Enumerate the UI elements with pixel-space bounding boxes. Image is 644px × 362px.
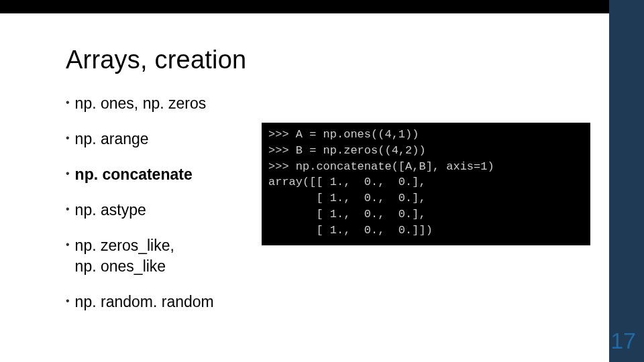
- bullet-text: np. ones, np. zeros: [75, 93, 207, 114]
- page-number: 17: [610, 328, 636, 354]
- slide-title: Arrays, creation: [66, 46, 589, 74]
- bullet-item: • np. ones, np. zeros: [66, 93, 589, 114]
- code-line: [ 1., 0., 0.]]): [268, 224, 433, 237]
- bullet-text: np. arange: [75, 129, 149, 149]
- bullet-text: np. concatenate: [75, 164, 193, 185]
- bullet-text: np. random. random: [75, 292, 214, 312]
- code-line: >>> np.concatenate([A,B], axis=1): [268, 160, 494, 173]
- bullet-text: np. astype: [75, 200, 146, 221]
- bullet-dot-icon: •: [66, 239, 70, 250]
- bullet-dot-icon: •: [66, 133, 70, 143]
- bullet-dot-icon: •: [66, 97, 70, 108]
- bullet-dot-icon: •: [66, 296, 70, 306]
- top-bar: [0, 0, 644, 13]
- bullet-dot-icon: •: [66, 204, 70, 215]
- code-line: [ 1., 0., 0.],: [268, 208, 426, 221]
- bullet-text: np. zeros_like,np. ones_like: [75, 235, 174, 277]
- code-line: >>> A = np.ones((4,1)): [268, 128, 419, 141]
- bullet-item: • np. random. random: [66, 292, 589, 312]
- code-line: >>> B = np.zeros((4,2)): [268, 144, 426, 157]
- bullet-dot-icon: •: [66, 168, 70, 179]
- side-bar: [609, 0, 644, 362]
- code-line: array([[ 1., 0., 0.],: [268, 176, 426, 188]
- code-line: [ 1., 0., 0.],: [268, 192, 426, 204]
- code-block: >>> A = np.ones((4,1)) >>> B = np.zeros(…: [262, 123, 590, 245]
